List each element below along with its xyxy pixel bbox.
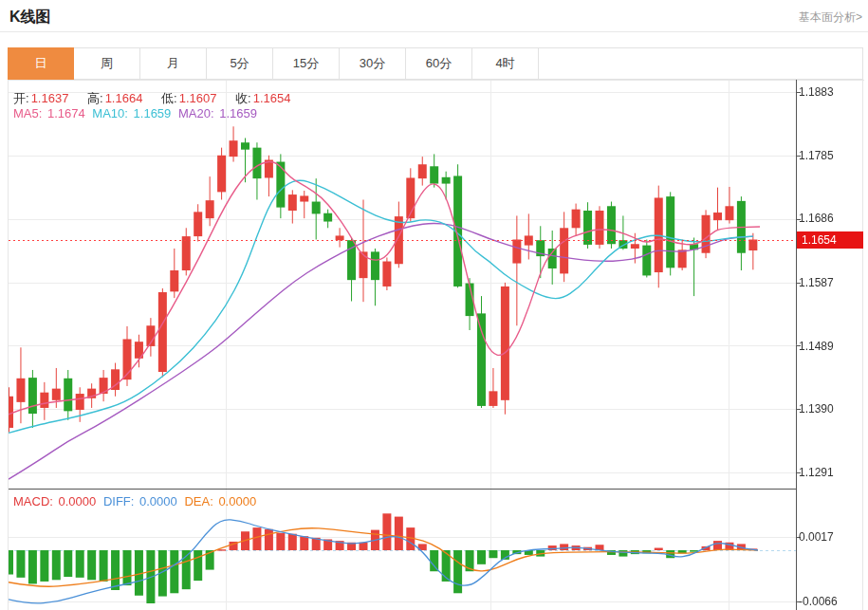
- macd-axis-label: 0.0017: [799, 529, 834, 545]
- macd-axis-label: -0.0066: [799, 594, 838, 609]
- price-axis-label: 1.1785: [799, 148, 834, 163]
- page-title: K线图: [9, 8, 51, 28]
- price-axis-label: 1.1390: [799, 401, 834, 416]
- kline-chart-canvas[interactable]: [9, 80, 864, 610]
- tab-5min[interactable]: 5分: [207, 47, 273, 80]
- tab-60min[interactable]: 60分: [406, 47, 472, 80]
- tab-15min[interactable]: 15分: [273, 47, 340, 80]
- tab-week[interactable]: 周: [74, 47, 140, 80]
- price-axis-label: 1.1587: [799, 275, 834, 290]
- price-axis-label: 1.1291: [799, 465, 834, 480]
- price-axis-label: 1.1489: [799, 339, 834, 354]
- price-axis-label: 1.1883: [799, 84, 834, 100]
- fundamental-analysis-link[interactable]: 基本面分析>: [799, 9, 862, 26]
- current-price-badge: 1.1654: [797, 231, 863, 249]
- title-divider: [0, 31, 868, 32]
- tab-4hour[interactable]: 4时: [472, 47, 539, 80]
- period-tabbar: 日 周 月 5分 15分 30分 60分 4时: [8, 47, 863, 80]
- tab-day[interactable]: 日: [8, 47, 74, 80]
- kline-widget: K线图 基本面分析> 日 周 月 5分 15分 30分 60分 4时 开:1.1…: [0, 0, 868, 610]
- tab-month[interactable]: 月: [140, 47, 207, 80]
- price-axis-label: 1.1686: [799, 211, 834, 226]
- tabbar-filler: [539, 47, 863, 80]
- tab-30min[interactable]: 30分: [340, 47, 406, 80]
- chart-area: [8, 80, 863, 610]
